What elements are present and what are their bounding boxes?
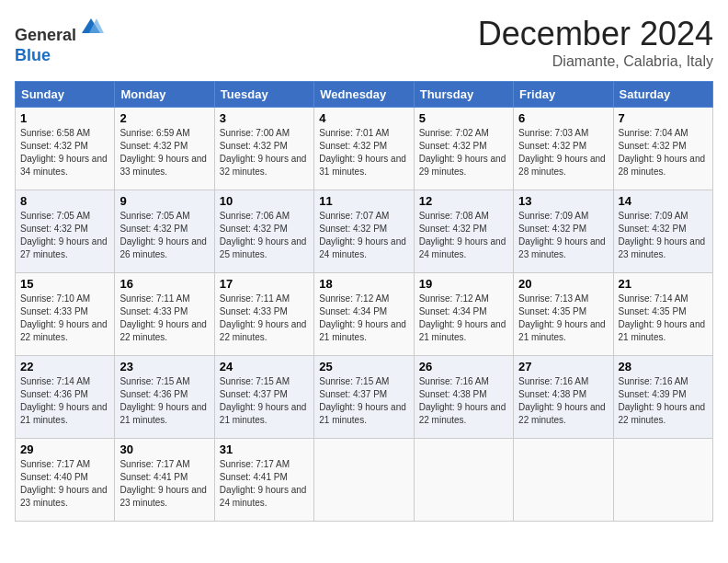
day-detail: Sunrise: 7:04 AM Sunset: 4:32 PM Dayligh… (619, 127, 708, 178)
day-number: 10 (220, 194, 309, 208)
day-detail: Sunrise: 7:14 AM Sunset: 4:35 PM Dayligh… (619, 293, 708, 344)
calendar-cell (314, 439, 414, 522)
calendar-cell: 23 Sunrise: 7:15 AM Sunset: 4:36 PM Dayl… (115, 356, 214, 439)
calendar-cell: 16 Sunrise: 7:11 AM Sunset: 4:33 PM Dayl… (115, 273, 214, 356)
header-friday: Friday (514, 82, 613, 108)
calendar-cell: 15 Sunrise: 7:10 AM Sunset: 4:33 PM Dayl… (16, 273, 115, 356)
calendar-cell: 17 Sunrise: 7:11 AM Sunset: 4:33 PM Dayl… (214, 273, 313, 356)
day-number: 19 (419, 277, 508, 291)
day-number: 13 (518, 194, 608, 208)
calendar-cell: 18 Sunrise: 7:12 AM Sunset: 4:34 PM Dayl… (314, 273, 414, 356)
day-number: 7 (619, 111, 708, 125)
calendar-cell: 1 Sunrise: 6:58 AM Sunset: 4:32 PM Dayli… (16, 108, 115, 190)
day-detail: Sunrise: 6:59 AM Sunset: 4:32 PM Dayligh… (119, 127, 209, 178)
day-number: 24 (220, 360, 309, 373)
day-number: 3 (220, 111, 309, 125)
day-detail: Sunrise: 7:10 AM Sunset: 4:33 PM Dayligh… (20, 293, 109, 344)
day-number: 14 (619, 194, 708, 208)
day-detail: Sunrise: 7:15 AM Sunset: 4:37 PM Dayligh… (319, 375, 408, 427)
calendar-cell: 9 Sunrise: 7:05 AM Sunset: 4:32 PM Dayli… (115, 190, 214, 273)
calendar-cell: 6 Sunrise: 7:03 AM Sunset: 4:32 PM Dayli… (514, 108, 613, 190)
day-number: 8 (20, 194, 109, 208)
day-number: 26 (419, 360, 508, 373)
day-number: 23 (119, 360, 209, 373)
day-detail: Sunrise: 7:05 AM Sunset: 4:32 PM Dayligh… (20, 210, 109, 261)
day-detail: Sunrise: 7:13 AM Sunset: 4:35 PM Dayligh… (518, 293, 608, 344)
calendar-cell (514, 439, 613, 522)
day-detail: Sunrise: 7:15 AM Sunset: 4:37 PM Dayligh… (220, 375, 309, 427)
day-number: 28 (619, 360, 708, 373)
header-saturday: Saturday (613, 82, 712, 108)
calendar-table: Sunday Monday Tuesday Wednesday Thursday… (15, 81, 713, 522)
header-tuesday: Tuesday (214, 82, 313, 108)
day-number: 18 (319, 277, 408, 291)
calendar-cell: 5 Sunrise: 7:02 AM Sunset: 4:32 PM Dayli… (414, 108, 513, 190)
day-number: 11 (319, 194, 408, 208)
calendar-cell (613, 439, 712, 522)
header-thursday: Thursday (414, 82, 513, 108)
day-number: 12 (419, 194, 508, 208)
logo: General Blue (15, 15, 104, 65)
day-number: 9 (119, 194, 209, 208)
day-number: 4 (319, 111, 408, 125)
day-number: 22 (20, 360, 109, 373)
day-detail: Sunrise: 7:16 AM Sunset: 4:38 PM Dayligh… (518, 375, 608, 427)
day-number: 20 (518, 277, 608, 291)
calendar-cell: 26 Sunrise: 7:16 AM Sunset: 4:38 PM Dayl… (414, 356, 513, 439)
day-detail: Sunrise: 7:06 AM Sunset: 4:32 PM Dayligh… (220, 210, 309, 261)
day-detail: Sunrise: 7:17 AM Sunset: 4:41 PM Dayligh… (220, 458, 309, 510)
page-header: General Blue December 2024 Diamante, Cal… (15, 15, 713, 70)
logo-general: General (15, 26, 76, 44)
day-detail: Sunrise: 6:58 AM Sunset: 4:32 PM Dayligh… (20, 127, 109, 178)
day-number: 15 (20, 277, 109, 291)
calendar-cell: 25 Sunrise: 7:15 AM Sunset: 4:37 PM Dayl… (314, 356, 414, 439)
calendar-cell: 19 Sunrise: 7:12 AM Sunset: 4:34 PM Dayl… (414, 273, 513, 356)
calendar-cell: 2 Sunrise: 6:59 AM Sunset: 4:32 PM Dayli… (115, 108, 214, 190)
day-detail: Sunrise: 7:00 AM Sunset: 4:32 PM Dayligh… (220, 127, 309, 178)
calendar-cell: 8 Sunrise: 7:05 AM Sunset: 4:32 PM Dayli… (16, 190, 115, 273)
day-detail: Sunrise: 7:05 AM Sunset: 4:32 PM Dayligh… (119, 210, 209, 261)
calendar-cell: 21 Sunrise: 7:14 AM Sunset: 4:35 PM Dayl… (613, 273, 712, 356)
calendar-cell: 4 Sunrise: 7:01 AM Sunset: 4:32 PM Dayli… (314, 108, 414, 190)
calendar-week-row: 22 Sunrise: 7:14 AM Sunset: 4:36 PM Dayl… (16, 356, 713, 439)
day-number: 30 (119, 442, 209, 456)
day-number: 25 (319, 360, 408, 373)
day-detail: Sunrise: 7:01 AM Sunset: 4:32 PM Dayligh… (319, 127, 408, 178)
day-number: 1 (20, 111, 109, 125)
logo-blue: Blue (15, 46, 51, 64)
day-detail: Sunrise: 7:08 AM Sunset: 4:32 PM Dayligh… (419, 210, 508, 261)
day-detail: Sunrise: 7:09 AM Sunset: 4:32 PM Dayligh… (518, 210, 608, 261)
calendar-week-row: 29 Sunrise: 7:17 AM Sunset: 4:40 PM Dayl… (16, 439, 713, 522)
calendar-cell: 3 Sunrise: 7:00 AM Sunset: 4:32 PM Dayli… (214, 108, 313, 190)
logo-icon (78, 15, 104, 40)
day-detail: Sunrise: 7:11 AM Sunset: 4:33 PM Dayligh… (119, 293, 209, 344)
day-detail: Sunrise: 7:03 AM Sunset: 4:32 PM Dayligh… (518, 127, 608, 178)
calendar-cell: 13 Sunrise: 7:09 AM Sunset: 4:32 PM Dayl… (514, 190, 613, 273)
day-detail: Sunrise: 7:15 AM Sunset: 4:36 PM Dayligh… (119, 375, 209, 427)
calendar-cell: 31 Sunrise: 7:17 AM Sunset: 4:41 PM Dayl… (214, 439, 313, 522)
day-number: 29 (20, 442, 109, 456)
day-detail: Sunrise: 7:14 AM Sunset: 4:36 PM Dayligh… (20, 375, 109, 427)
calendar-cell: 11 Sunrise: 7:07 AM Sunset: 4:32 PM Dayl… (314, 190, 414, 273)
day-number: 5 (419, 111, 508, 125)
month-title: December 2024 (478, 15, 713, 53)
day-number: 2 (119, 111, 209, 125)
header-monday: Monday (115, 82, 214, 108)
title-block: December 2024 Diamante, Calabria, Italy (478, 15, 713, 70)
day-detail: Sunrise: 7:16 AM Sunset: 4:38 PM Dayligh… (419, 375, 508, 427)
day-detail: Sunrise: 7:07 AM Sunset: 4:32 PM Dayligh… (319, 210, 408, 261)
calendar-cell: 24 Sunrise: 7:15 AM Sunset: 4:37 PM Dayl… (214, 356, 313, 439)
day-detail: Sunrise: 7:09 AM Sunset: 4:32 PM Dayligh… (619, 210, 708, 261)
calendar-cell: 29 Sunrise: 7:17 AM Sunset: 4:40 PM Dayl… (16, 439, 115, 522)
calendar-cell (414, 439, 513, 522)
calendar-cell: 22 Sunrise: 7:14 AM Sunset: 4:36 PM Dayl… (16, 356, 115, 439)
calendar-cell: 30 Sunrise: 7:17 AM Sunset: 4:41 PM Dayl… (115, 439, 214, 522)
location: Diamante, Calabria, Italy (478, 53, 713, 70)
day-detail: Sunrise: 7:12 AM Sunset: 4:34 PM Dayligh… (419, 293, 508, 344)
header-wednesday: Wednesday (314, 82, 414, 108)
calendar-week-row: 1 Sunrise: 6:58 AM Sunset: 4:32 PM Dayli… (16, 108, 713, 190)
calendar-cell: 12 Sunrise: 7:08 AM Sunset: 4:32 PM Dayl… (414, 190, 513, 273)
day-number: 27 (518, 360, 608, 373)
day-detail: Sunrise: 7:17 AM Sunset: 4:40 PM Dayligh… (20, 458, 109, 510)
calendar-week-row: 8 Sunrise: 7:05 AM Sunset: 4:32 PM Dayli… (16, 190, 713, 273)
